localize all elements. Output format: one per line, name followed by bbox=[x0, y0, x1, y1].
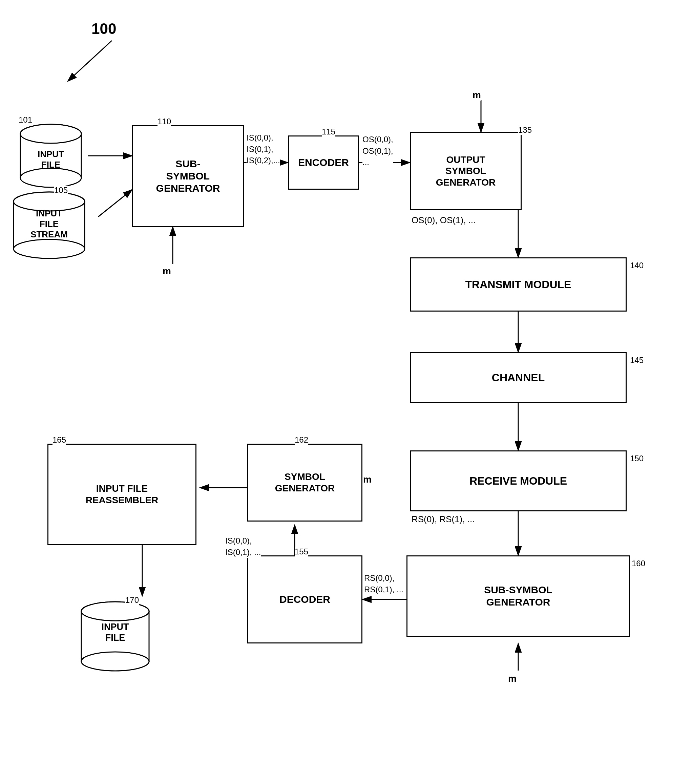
label-110: 110 bbox=[158, 117, 171, 126]
symbol-generator-162: SYMBOLGENERATOR bbox=[247, 444, 362, 522]
os-sequence-label: OS(0,0), OS(0,1), ... bbox=[362, 134, 393, 168]
encoder-115: ENCODER bbox=[288, 135, 359, 189]
label-165: 165 bbox=[53, 435, 66, 445]
sub-symbol-generator-110: SUB-SYMBOLGENERATOR bbox=[132, 125, 244, 227]
rs-label: RS(0), RS(1), ... bbox=[412, 514, 475, 525]
label-160: 160 bbox=[632, 559, 645, 568]
input-file-170: INPUTFILE bbox=[78, 600, 152, 674]
diagram-title: 100 bbox=[91, 20, 116, 37]
label-135: 135 bbox=[518, 125, 532, 135]
svg-point-24 bbox=[20, 124, 81, 143]
svg-line-5 bbox=[98, 189, 132, 217]
channel-145: CHANNEL bbox=[410, 352, 627, 403]
is00-bottom-label: IS(0,0), IS(0,1), ... bbox=[225, 535, 261, 558]
os01-label: OS(0), OS(1), ... bbox=[412, 215, 476, 226]
m-label-sub110: m bbox=[163, 266, 171, 277]
svg-point-23 bbox=[20, 168, 81, 187]
label-105: 105 bbox=[54, 186, 68, 195]
label-145: 145 bbox=[630, 356, 644, 365]
svg-line-20 bbox=[68, 41, 112, 81]
label-155: 155 bbox=[295, 547, 308, 557]
sub-symbol-generator-160: SUB-SYMBOLGENERATOR bbox=[407, 555, 630, 637]
svg-point-31 bbox=[81, 652, 149, 671]
input-file-101: INPUTFILE bbox=[17, 122, 85, 189]
label-162: 162 bbox=[295, 435, 308, 445]
decoder-155: DECODER bbox=[247, 555, 362, 644]
output-symbol-generator-135: OUTPUTSYMBOLGENERATOR bbox=[410, 132, 522, 210]
is-sequence-label: IS(0,0), IS(0,1), IS(0,2),... bbox=[247, 132, 280, 166]
rs00-label: RS(0,0), RS(0,1), ... bbox=[364, 572, 404, 595]
label-140: 140 bbox=[630, 261, 644, 270]
svg-point-27 bbox=[13, 239, 85, 259]
input-file-reassembler-165: INPUT FILEREASSEMBLER bbox=[48, 444, 196, 545]
m-label-sub160: m bbox=[508, 673, 517, 684]
label-170: 170 bbox=[125, 595, 139, 605]
transmit-module-140: TRANSMIT MODULE bbox=[410, 257, 627, 311]
label-150: 150 bbox=[630, 454, 644, 463]
label-101: 101 bbox=[19, 115, 32, 125]
label-115: 115 bbox=[322, 127, 335, 137]
m-label-output: m bbox=[473, 90, 481, 100]
m-label-sym162: m bbox=[363, 474, 372, 485]
receive-module-150: RECEIVE MODULE bbox=[410, 450, 627, 511]
input-file-stream-105: INPUTFILESTREAM bbox=[10, 189, 88, 261]
